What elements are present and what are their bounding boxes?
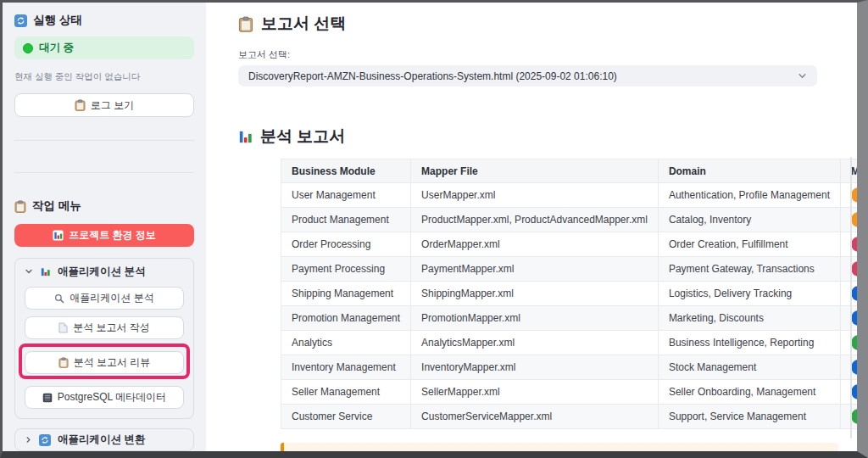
report-select-dropdown[interactable]: DiscoveryReport-AMZN-Business-Operations… [238, 65, 817, 87]
sidebar-action-button[interactable]: 분석 보고서 리뷰 [25, 351, 184, 374]
table-row: Payment ProcessingPaymentMapper.xmlPayme… [281, 257, 858, 282]
table-row: Inventory ManagementInventoryMapper.xmlS… [281, 355, 858, 380]
clipboard-icon [58, 357, 69, 368]
cell-business-module: Order Processing [281, 232, 411, 257]
cell-migration-priority: Critical [841, 232, 858, 257]
cell-business-module: Analytics [281, 331, 411, 355]
priority-badge: Critical [851, 261, 857, 276]
status-badge: 대기 중 [14, 36, 194, 59]
col-mapper-file: Mapper File [411, 159, 659, 183]
chart-icon [53, 230, 64, 241]
magnifier-icon [54, 293, 64, 304]
table-row: Promotion ManagementPromotionMapper.xmlM… [281, 306, 858, 331]
cell-mapper-file: OrderMapper.xml [411, 232, 659, 257]
cell-migration-priority: Medium [841, 380, 858, 405]
analysis-table-wrap: Business Module Mapper File Domain Migra… [281, 159, 857, 429]
app-analysis-expander-header[interactable]: 애플리케이션 분석 [15, 259, 193, 284]
scrollbar[interactable] [850, 157, 852, 438]
report-select-title: 보고서 선택 [261, 13, 346, 35]
chart-icon [238, 130, 253, 144]
chart-icon [40, 266, 51, 277]
report-select-heading: 보고서 선택 [238, 13, 857, 35]
highlight-annotation-box: 분석 보고서 리뷰 [19, 344, 190, 379]
sidebar-action-label: 분석 보고서 작성 [73, 321, 150, 335]
cell-mapper-file: PromotionMapper.xml [411, 306, 659, 331]
table-row: AnalyticsAnalyticsMapper.xmlBusiness Int… [281, 331, 858, 355]
cell-domain: Stock Management [658, 355, 840, 380]
expander-header-app-convert[interactable]: 애플리케이션 변환 [15, 429, 193, 450]
refresh-icon [14, 14, 27, 27]
collapsed-expander-group: 애플리케이션 변환SQL 테스트변환 보고서 [14, 428, 194, 451]
analysis-report-title: 분석 보고서 [260, 126, 345, 148]
table-row: Seller ManagementSellerMapper.xmlSeller … [281, 380, 858, 405]
cell-business-module: User Management [281, 183, 411, 208]
cell-migration-priority: Critical [841, 257, 858, 282]
cell-migration-priority: High [841, 183, 858, 208]
sidebar-action-label: 애플리케이션 분석 [70, 291, 153, 305]
task-menu-header: 작업 메뉴 [14, 198, 194, 214]
table-row: Product ManagementProductMapper.xml, Pro… [281, 208, 858, 232]
cell-business-module: Payment Processing [281, 257, 411, 282]
cell-domain: Business Intelligence, Reporting [658, 331, 840, 355]
sidebar-divider [14, 172, 194, 173]
cell-migration-priority: Low [841, 331, 858, 355]
priority-badge: Critical [851, 237, 857, 252]
col-migration-priority: Migration Priority [841, 159, 858, 183]
sidebar-action-button[interactable]: 애플리케이션 분석 [25, 287, 184, 310]
main-content: 보고서 선택 보고서 선택: DiscoveryReport-AMZN-Busi… [206, 3, 857, 451]
view-logs-button[interactable]: 로그 보기 [14, 93, 194, 117]
cell-domain: Authentication, Profile Management [658, 183, 840, 208]
cell-mapper-file: AnalyticsMapper.xml [411, 331, 659, 355]
analysis-report-heading: 분석 보고서 [238, 126, 857, 148]
cell-business-module: Customer Service [281, 405, 411, 429]
app-window: 실행 상태 대기 중 현재 실행 중인 작업이 없습니다 로그 보기 작업 메뉴 [0, 0, 868, 458]
app-analysis-expander-body: 애플리케이션 분석분석 보고서 작성분석 보고서 리뷰PostgreSQL 메타… [15, 287, 193, 418]
cell-mapper-file: CustomerServiceMapper.xml [411, 405, 659, 429]
collapsed-expander: 애플리케이션 변환 [14, 428, 194, 451]
exec-status-header: 실행 상태 [14, 13, 194, 28]
cell-business-module: Product Management [281, 208, 411, 232]
refresh-icon [39, 434, 51, 446]
priority-badge: Medium [851, 286, 857, 301]
table-row: Shipping ManagementShippingMapper.xmlLog… [281, 282, 858, 306]
sidebar-divider [14, 140, 194, 141]
priority-badge: Low [851, 409, 857, 424]
cell-domain: Seller Onboarding, Management [658, 380, 840, 405]
cell-business-module: Shipping Management [281, 282, 411, 306]
sidebar-action-label: PostgreSQL 메타데이터 [58, 390, 166, 405]
clipboard-icon [75, 99, 86, 111]
chevron-right-icon [25, 436, 32, 444]
report-select-value: DiscoveryReport-AMZN-Business-Operations… [248, 70, 617, 82]
table-row: Customer ServiceCustomerServiceMapper.xm… [281, 405, 858, 429]
priority-badge: Medium [851, 384, 857, 399]
project-env-info-label: 프로젝트 환경 정보 [69, 228, 156, 243]
cell-business-module: Inventory Management [281, 355, 411, 380]
cell-migration-priority: Low [841, 405, 858, 429]
priority-badge: Low [851, 335, 857, 350]
status-caption: 현재 실행 중인 작업이 없습니다 [14, 71, 194, 83]
cell-mapper-file: InventoryMapper.xml [411, 355, 659, 380]
cell-business-module: Promotion Management [281, 306, 411, 331]
status-text: 대기 중 [39, 41, 74, 55]
chevron-down-icon [798, 71, 807, 81]
sidebar-action-button[interactable]: PostgreSQL 메타데이터 [25, 386, 184, 409]
sidebar-action-label: 분석 보고서 리뷰 [74, 355, 151, 370]
col-business-module: Business Module [281, 159, 411, 183]
cell-domain: Marketing, Discounts [658, 306, 840, 331]
table-row: Order ProcessingOrderMapper.xmlOrder Cre… [281, 232, 858, 257]
chevron-down-icon [25, 267, 33, 276]
cell-domain: Support, Service Management [658, 405, 840, 429]
cell-mapper-file: SellerMapper.xml [411, 380, 659, 405]
report-select-label: 보고서 선택: [238, 48, 857, 61]
cell-business-module: Seller Management [281, 380, 411, 405]
project-env-info-button[interactable]: 프로젝트 환경 정보 [14, 224, 194, 247]
sidebar-action-button[interactable]: 분석 보고서 작성 [25, 316, 184, 339]
cell-migration-priority: Medium [841, 306, 858, 331]
task-menu-title: 작업 메뉴 [32, 198, 81, 214]
app-analysis-expander: 애플리케이션 분석 애플리케이션 분석분석 보고서 작성분석 보고서 리뷰Pos… [14, 258, 194, 419]
exec-status-title: 실행 상태 [33, 13, 82, 28]
cell-mapper-file: PaymentMapper.xml [411, 257, 659, 282]
col-domain: Domain [658, 159, 840, 183]
document-icon [58, 322, 68, 333]
cell-migration-priority: Medium [841, 355, 858, 380]
